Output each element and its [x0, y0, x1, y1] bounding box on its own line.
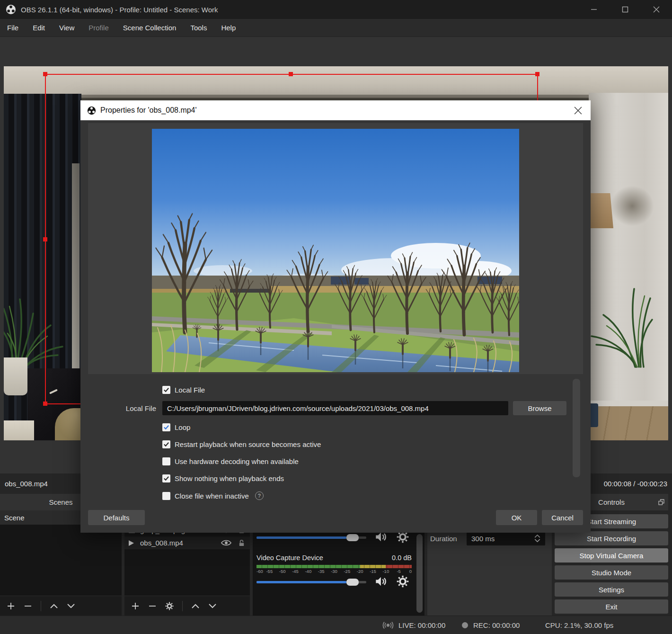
- unlock-icon[interactable]: [238, 539, 245, 547]
- menu-bar: File Edit View Profile Scene Collection …: [0, 19, 672, 37]
- chevron-up-icon: [50, 603, 58, 609]
- local-file-path-input[interactable]: C:/Users/jbrugman/JDriven/blog.jdriven.c…: [162, 401, 508, 415]
- room-ceiling: [4, 66, 668, 98]
- cancel-button[interactable]: Cancel: [542, 510, 583, 525]
- checkbox-label: Use hardware decoding when available: [175, 457, 299, 465]
- show-nothing-checkbox[interactable]: Show nothing when playback ends: [162, 474, 284, 482]
- hardware-decoding-checkbox[interactable]: Use hardware decoding when available: [162, 457, 299, 465]
- volume-slider-fill: [256, 581, 346, 583]
- add-source-button[interactable]: [131, 602, 140, 610]
- volume-meter: [256, 565, 412, 568]
- stop-virtual-camera-button[interactable]: Stop Virtual Camera: [555, 548, 668, 563]
- white-rug: [4, 420, 34, 440]
- menu-edit[interactable]: Edit: [26, 24, 52, 32]
- browse-button[interactable]: Browse: [513, 401, 566, 415]
- menu-profile[interactable]: Profile: [81, 24, 116, 32]
- houseplant-right: [587, 270, 653, 369]
- spin-up-icon: [534, 535, 540, 538]
- tick-label: -35: [318, 569, 325, 574]
- status-bar: LIVE: 00:00:00 REC: 00:00:00 CPU: 2.1%, …: [0, 616, 672, 634]
- gear-icon[interactable]: [397, 575, 409, 588]
- menu-help[interactable]: Help: [214, 24, 243, 32]
- remove-source-button[interactable]: [148, 602, 157, 610]
- mixer-scrollbar[interactable]: [416, 534, 423, 613]
- live-time: LIVE: 00:00:00: [398, 621, 445, 629]
- defaults-button[interactable]: Defaults: [88, 510, 145, 525]
- source-move-down-button[interactable]: [208, 602, 217, 610]
- volume-slider-fill: [256, 536, 346, 539]
- add-scene-button[interactable]: [7, 602, 15, 610]
- skirting-board: [589, 401, 668, 406]
- toolbar-separator: [182, 601, 183, 611]
- plus-icon: [7, 602, 15, 610]
- wood-floor: [589, 406, 668, 440]
- settings-button[interactable]: Settings: [555, 582, 668, 597]
- minimize-icon: [591, 6, 597, 13]
- menu-file[interactable]: File: [0, 24, 26, 32]
- ok-button[interactable]: OK: [496, 510, 537, 525]
- speaker-icon[interactable]: [375, 575, 388, 588]
- studio-mode-button[interactable]: Studio Mode: [555, 565, 668, 580]
- close-button[interactable]: [641, 0, 672, 19]
- menu-view[interactable]: View: [52, 24, 81, 32]
- scene-move-up-button[interactable]: [50, 602, 58, 610]
- scene-item-label: Scene: [4, 514, 25, 522]
- selection-handle-top-left[interactable]: [43, 72, 47, 76]
- selection-handle-top-right[interactable]: [535, 72, 539, 76]
- selection-handle-bottom-left[interactable]: [43, 402, 47, 406]
- checkbox-box: [162, 440, 170, 448]
- checkbox-label: Show nothing when playback ends: [175, 474, 284, 482]
- tick-label: -5: [397, 569, 400, 574]
- meter-scale: -60 -55 -50 -45 -40 -35 -30 -25 -20 -15 …: [256, 569, 412, 574]
- remove-scene-button[interactable]: [24, 602, 32, 610]
- maximize-button[interactable]: [610, 0, 641, 19]
- restart-playback-checkbox[interactable]: Restart playback when source becomes act…: [162, 440, 321, 448]
- local-file-path-value: C:/Users/jbrugman/JDriven/blog.jdriven.c…: [167, 404, 429, 412]
- checkbox-label: Local File: [175, 386, 205, 394]
- source-row-media[interactable]: obs_008.mp4: [124, 536, 250, 549]
- rec-status: REC: 00:00:00: [461, 616, 520, 634]
- source-properties-button[interactable]: [165, 602, 174, 610]
- media-preview-container: [88, 123, 583, 374]
- dialog-scrollbar[interactable]: [573, 379, 580, 477]
- volume-slider-handle[interactable]: [346, 579, 359, 586]
- minus-icon: [24, 602, 32, 610]
- help-icon[interactable]: ?: [255, 491, 264, 500]
- window-light-sliver: [72, 163, 80, 372]
- menu-tools[interactable]: Tools: [183, 24, 214, 32]
- close-file-checkbox[interactable]: Close file when inactive ?: [162, 491, 264, 500]
- volume-slider[interactable]: [256, 581, 366, 583]
- selection-handle-mid-left[interactable]: [43, 237, 47, 241]
- duration-field[interactable]: 300 ms: [467, 531, 545, 545]
- tick-label: -15: [370, 569, 376, 574]
- dialog-title-bar[interactable]: Properties for 'obs_008.mp4': [80, 100, 591, 120]
- volume-slider[interactable]: [256, 536, 366, 539]
- maximize-icon: [622, 6, 628, 13]
- loop-checkbox[interactable]: Loop: [162, 423, 190, 431]
- scene-move-down-button[interactable]: [67, 602, 75, 610]
- volume-slider-handle[interactable]: [346, 534, 359, 541]
- checkbox-box: [162, 386, 170, 394]
- minimize-button[interactable]: [578, 0, 610, 19]
- properties-dialog: Properties for 'obs_008.mp4': [80, 100, 591, 533]
- popout-dock-icon[interactable]: [658, 499, 664, 505]
- menu-scene-collection[interactable]: Scene Collection: [116, 24, 184, 32]
- start-recording-button[interactable]: Start Recording: [555, 531, 668, 545]
- cpu-status: CPU: 2.1%, 30.00 fps: [545, 616, 613, 634]
- dialog-close-icon[interactable]: [574, 107, 582, 115]
- checkbox-box: [162, 423, 170, 431]
- duration-spinner[interactable]: [534, 535, 540, 542]
- tick-label: -25: [344, 569, 350, 574]
- check-icon: [163, 475, 169, 482]
- tick-label: -60: [256, 569, 263, 574]
- exit-button[interactable]: Exit: [555, 599, 668, 614]
- wall-shadow: [610, 186, 654, 226]
- selection-handle-top-center[interactable]: [289, 72, 293, 76]
- eye-icon[interactable]: [221, 539, 231, 546]
- source-move-up-button[interactable]: [191, 602, 200, 610]
- chevron-down-icon: [208, 603, 217, 609]
- local-file-checkbox[interactable]: Local File: [162, 386, 205, 394]
- media-preview-image: [152, 129, 519, 372]
- media-time: 00:00:08 / -00:00:23: [604, 480, 667, 488]
- gear-icon: [165, 602, 174, 610]
